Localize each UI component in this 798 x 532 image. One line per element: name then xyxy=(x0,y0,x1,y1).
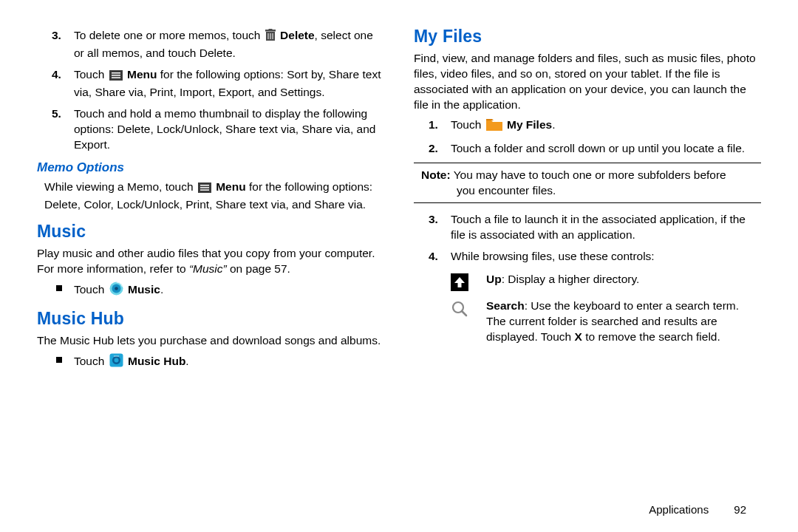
control-search-text: Search: Use the keyboard to enter a sear… xyxy=(486,299,761,345)
svg-rect-11 xyxy=(200,185,209,186)
up-bold: Up xyxy=(486,273,502,285)
musichub-app-icon xyxy=(109,353,123,372)
step-5: 5. Touch and hold a memo thumbnail to di… xyxy=(37,106,384,153)
page-footer: Applications 92 xyxy=(37,497,761,517)
step-bold: Menu xyxy=(127,68,157,81)
svg-point-19 xyxy=(114,358,118,363)
music-bullet-bold: Music xyxy=(128,283,160,296)
myfiles-steps: 1. Touch My Files. 2. Touch a folder and… xyxy=(414,117,761,157)
step-1: 1. Touch My Files. xyxy=(414,117,761,135)
memo-options-bold: Menu xyxy=(216,180,245,193)
step-bold: Delete xyxy=(280,29,315,41)
step-number: 4. xyxy=(52,67,61,83)
page-columns: 3. To delete one or more memos, touch De… xyxy=(37,25,761,497)
search-icon xyxy=(449,299,470,318)
music-app-icon xyxy=(109,282,123,300)
period: . xyxy=(160,283,163,296)
myfiles-para: Find, view, and manage folders and files… xyxy=(414,51,761,113)
search-x: X xyxy=(575,330,582,343)
musichub-bullet: Touch Music Hub. xyxy=(37,353,384,372)
svg-rect-8 xyxy=(112,75,120,76)
svg-rect-13 xyxy=(200,190,209,191)
step-number: 3. xyxy=(52,28,61,44)
step-number: 2. xyxy=(429,141,438,157)
step3-text: Touch a file to launch it in the associa… xyxy=(451,213,746,241)
note-label: Note: xyxy=(421,168,451,181)
control-up: Up: Display a higher directory. xyxy=(449,272,761,291)
step-number: 4. xyxy=(429,249,438,265)
step-number: 1. xyxy=(429,117,438,133)
note-text-1: You may have to touch one or more subfol… xyxy=(451,168,726,181)
memo-options-text: While viewing a Memo, touch Menu for the… xyxy=(44,180,384,213)
svg-rect-9 xyxy=(112,77,120,78)
step-number: 5. xyxy=(52,106,61,122)
step1-bold: My Files xyxy=(507,118,552,131)
musichub-heading: Music Hub xyxy=(37,307,384,330)
search-desc-b: to remove the search field. xyxy=(582,330,720,343)
control-search: Search: Use the keyboard to enter a sear… xyxy=(449,299,761,345)
step1-pre: Touch xyxy=(451,118,485,131)
up-desc: : Display a higher directory. xyxy=(502,273,640,285)
left-column: 3. To delete one or more memos, touch De… xyxy=(37,25,384,497)
step-text: Touch and hold a memo thumbnail to displ… xyxy=(74,107,375,151)
svg-rect-12 xyxy=(200,188,209,189)
myfiles-heading: My Files xyxy=(414,25,761,48)
musichub-bullet-bold: Music Hub xyxy=(128,355,185,367)
menu-icon xyxy=(198,182,211,197)
step-number: 3. xyxy=(429,212,438,228)
svg-line-22 xyxy=(462,311,466,316)
step-4: 4. While browsing files, use these contr… xyxy=(414,249,761,265)
footer-page-number: 92 xyxy=(734,502,746,517)
control-up-text: Up: Display a higher directory. xyxy=(486,272,761,287)
folder-icon xyxy=(486,119,502,135)
trash-icon xyxy=(265,29,276,46)
musichub-bullet-pre: Touch xyxy=(74,355,108,367)
step-4: 4. Touch Menu for the following options:… xyxy=(37,67,384,100)
step2-text: Touch a folder and scroll down or up unt… xyxy=(451,142,745,154)
search-bold: Search xyxy=(486,299,525,312)
right-column: My Files Find, view, and manage folders … xyxy=(414,25,761,497)
myfiles-steps-2: 3. Touch a file to launch it in the asso… xyxy=(414,212,761,265)
music-para-2: on page 57. xyxy=(227,262,290,275)
period: . xyxy=(185,355,188,367)
step4-text: While browsing files, use these controls… xyxy=(451,250,655,262)
step-2: 2. Touch a folder and scroll down or up … xyxy=(414,141,761,157)
footer-section: Applications xyxy=(649,503,709,516)
note-block: Note: You may have to touch one or more … xyxy=(414,163,761,204)
memo-options-heading: Memo Options xyxy=(37,160,384,177)
step-3: 3. Touch a file to launch it in the asso… xyxy=(414,212,761,243)
svg-point-16 xyxy=(115,287,118,290)
memo-options-pre: While viewing a Memo, touch xyxy=(44,180,197,193)
music-bullet: Touch Music. xyxy=(37,282,384,300)
svg-rect-2 xyxy=(268,29,272,30)
music-bullet-pre: Touch xyxy=(74,283,108,296)
step-3: 3. To delete one or more memos, touch De… xyxy=(37,28,384,61)
note-text-2: you encounter files. xyxy=(421,183,761,199)
up-icon xyxy=(449,272,470,291)
music-ref: “Music” xyxy=(189,262,227,275)
menu-icon xyxy=(109,69,123,85)
period: . xyxy=(552,118,555,131)
music-heading: Music xyxy=(37,220,384,243)
step-text-pre: Touch xyxy=(74,68,108,81)
step-text-pre: To delete one or more memos, touch xyxy=(74,29,264,41)
music-para: Play music and other audio files that yo… xyxy=(37,246,384,277)
memo-steps: 3. To delete one or more memos, touch De… xyxy=(37,28,384,152)
svg-rect-7 xyxy=(112,72,120,74)
musichub-para: The Music Hub lets you purchase and down… xyxy=(37,333,384,349)
